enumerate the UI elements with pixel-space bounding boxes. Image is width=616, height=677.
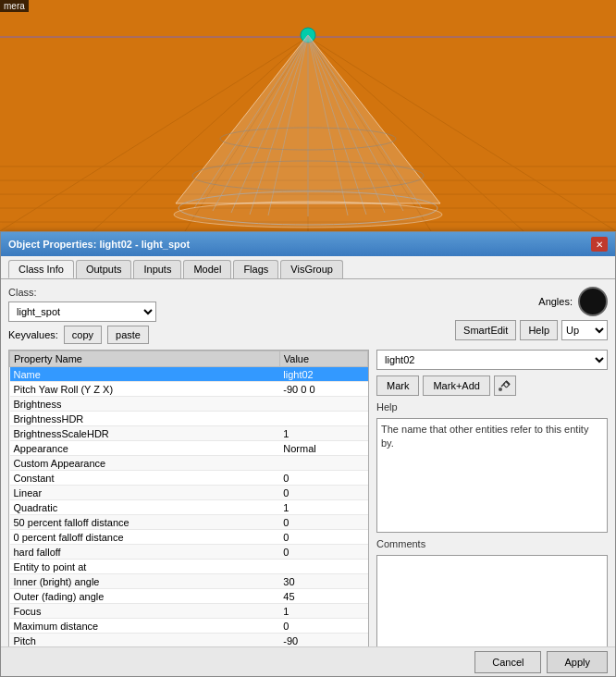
property-value-cell — [279, 560, 367, 574]
right-panel: light02 Mark Mark+Add — [376, 350, 608, 662]
table-row[interactable]: BrightnessHDR — [10, 412, 368, 426]
main-content: Property Name Value Namelight02Pitch Yaw… — [8, 350, 608, 662]
entity-select[interactable]: light02 — [376, 350, 608, 370]
property-name-cell: 0 percent falloff distance — [10, 530, 280, 545]
col-property-name: Property Name — [10, 351, 280, 367]
property-name-cell: Name — [10, 367, 280, 382]
tab-bar: Class Info Outputs Inputs Model Flags Vi… — [1, 256, 615, 279]
apply-button[interactable]: Apply — [547, 651, 608, 673]
angle-circle — [578, 287, 608, 316]
tab-visgroup[interactable]: VisGroup — [280, 260, 343, 278]
class-select[interactable]: light_spot — [8, 302, 156, 322]
property-name-cell: Focus — [10, 604, 280, 619]
copy-button[interactable]: copy — [64, 326, 102, 344]
table-row[interactable]: Linear0 — [10, 486, 368, 500]
smart-help-row: SmartEdit Help Up — [455, 320, 608, 340]
help-section-label: Help — [376, 401, 608, 412]
dialog-title: Object Properties: light02 - light_spot — [8, 239, 190, 250]
property-value-cell: 45 — [279, 589, 367, 604]
entity-select-row: light02 — [376, 350, 608, 370]
tab-flags[interactable]: Flags — [233, 260, 278, 278]
dialog-window: Object Properties: light02 - light_spot … — [0, 231, 616, 677]
mark-button[interactable]: Mark — [376, 375, 419, 396]
table-row[interactable]: Outer (fading) angle45 — [10, 589, 368, 604]
right-top: Angles: SmartEdit Help Up — [455, 287, 608, 340]
property-name-cell: Appearance — [10, 441, 280, 456]
property-value-cell — [279, 456, 367, 471]
property-table-wrapper[interactable]: Property Name Value Namelight02Pitch Yaw… — [8, 350, 369, 662]
table-row[interactable]: hard falloff0 — [10, 545, 368, 560]
property-value-cell: 0 — [279, 530, 367, 545]
table-row[interactable]: Focus1 — [10, 604, 368, 619]
paste-button[interactable]: paste — [107, 326, 149, 344]
eyedropper-icon — [499, 379, 511, 392]
property-name-cell: BrightnessHDR — [10, 412, 280, 426]
keyvalues-label: Keyvalues: — [8, 329, 58, 340]
property-value-cell: 1 — [279, 426, 367, 441]
tab-class-info[interactable]: Class Info — [8, 260, 74, 278]
property-name-cell: hard falloff — [10, 545, 280, 560]
dialog-content: Class: light_spot Keyvalues: copy paste … — [1, 279, 615, 670]
property-value-cell: 0 — [279, 471, 367, 486]
table-row[interactable]: Inner (bright) angle30 — [10, 574, 368, 589]
tab-model[interactable]: Model — [183, 260, 231, 278]
class-label: Class: — [8, 287, 156, 298]
table-row[interactable]: Custom Appearance — [10, 456, 368, 471]
svg-point-33 — [499, 388, 502, 391]
table-row[interactable]: 50 percent falloff distance0 — [10, 515, 368, 530]
property-name-cell: Entity to point at — [10, 560, 280, 574]
dialog-titlebar: Object Properties: light02 - light_spot … — [1, 232, 615, 256]
property-name-cell: Constant — [10, 471, 280, 486]
up-select[interactable]: Up — [561, 320, 608, 340]
tab-inputs[interactable]: Inputs — [133, 260, 181, 278]
table-row[interactable]: Maximum distance0 — [10, 619, 368, 634]
table-row[interactable]: Namelight02 — [10, 367, 368, 382]
comments-label: Comments — [376, 538, 608, 549]
table-row[interactable]: AppearanceNormal — [10, 441, 368, 456]
left-top: Class: light_spot Keyvalues: copy paste — [8, 287, 156, 344]
table-row[interactable]: Brightness — [10, 397, 368, 412]
table-row[interactable]: BrightnessScaleHDR1 — [10, 426, 368, 441]
mark-row: Mark Mark+Add — [376, 375, 608, 396]
property-value-cell: light02 — [279, 367, 367, 382]
tab-outputs[interactable]: Outputs — [76, 260, 132, 278]
property-name-cell: Linear — [10, 486, 280, 500]
keyvalues-row: Keyvalues: copy paste — [8, 326, 156, 344]
property-value-cell: -90 0 0 — [279, 382, 367, 397]
table-row[interactable]: Pitch Yaw Roll (Y Z X)-90 0 0 — [10, 382, 368, 397]
property-name-cell: Outer (fading) angle — [10, 589, 280, 604]
property-value-cell: 30 — [279, 574, 367, 589]
property-value-cell: 0 — [279, 515, 367, 530]
property-value-cell: Normal — [279, 441, 367, 456]
smart-edit-button[interactable]: SmartEdit — [455, 320, 516, 340]
3d-viewport: mera — [0, 0, 616, 231]
cancel-button[interactable]: Cancel — [474, 651, 541, 673]
table-row[interactable]: 0 percent falloff distance0 — [10, 530, 368, 545]
property-value-cell: 1 — [279, 500, 367, 515]
property-value-cell: 1 — [279, 604, 367, 619]
property-value-cell: 0 — [279, 486, 367, 500]
help-button[interactable]: Help — [520, 320, 558, 340]
property-value-cell — [279, 397, 367, 412]
angles-label: Angles: — [538, 296, 573, 307]
property-table: Property Name Value Namelight02Pitch Yaw… — [9, 351, 368, 648]
property-name-cell: Maximum distance — [10, 619, 280, 634]
property-name-cell: Custom Appearance — [10, 456, 280, 471]
property-name-cell: BrightnessScaleHDR — [10, 426, 280, 441]
help-text-box: The name that other entities refer to th… — [376, 418, 608, 533]
svg-point-29 — [174, 202, 442, 228]
top-section: Class: light_spot Keyvalues: copy paste … — [8, 287, 608, 344]
mark-add-button[interactable]: Mark+Add — [423, 375, 489, 396]
eyedropper-button[interactable] — [494, 375, 516, 396]
property-value-cell — [279, 412, 367, 426]
close-button[interactable]: ✕ — [591, 237, 608, 252]
col-value: Value — [279, 351, 367, 367]
property-value-cell: 0 — [279, 545, 367, 560]
table-row[interactable]: Constant0 — [10, 471, 368, 486]
property-value-cell: 0 — [279, 619, 367, 634]
table-row[interactable]: Entity to point at — [10, 560, 368, 574]
table-row[interactable]: Quadratic1 — [10, 500, 368, 515]
angles-section: Angles: — [538, 287, 608, 316]
property-name-cell: Pitch Yaw Roll (Y Z X) — [10, 382, 280, 397]
property-name-cell: Brightness — [10, 397, 280, 412]
